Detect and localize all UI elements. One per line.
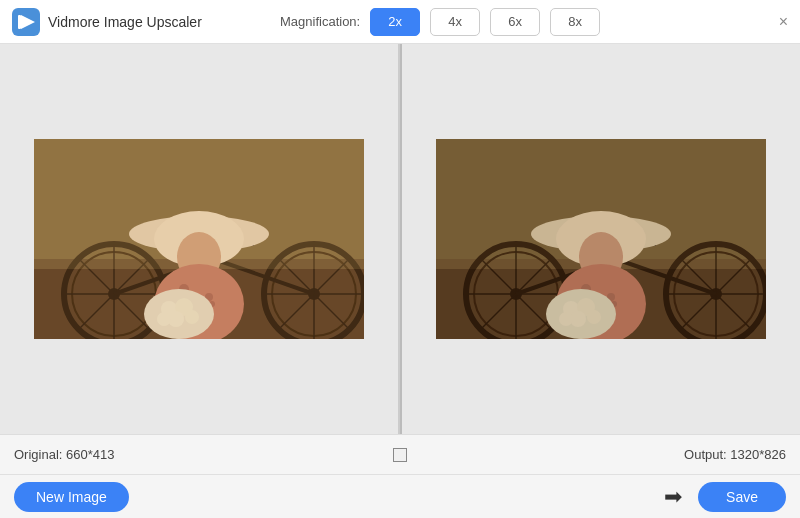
output-image [436,139,766,339]
bottom-bar: New Image ➡ Save [0,474,800,518]
svg-rect-39 [34,139,364,339]
main-content [0,44,800,434]
original-dimensions: Original: 660*413 [14,447,114,462]
original-image [34,139,364,339]
magnification-4x-button[interactable]: 4x [430,8,480,36]
svg-rect-76 [436,139,766,339]
arrow-right-icon: ➡ [664,484,682,510]
app-logo-icon [12,8,40,36]
save-button[interactable]: Save [698,482,786,512]
info-bar: Original: 660*413 Output: 1320*826 [0,434,800,474]
output-dimensions: Output: 1320*826 [684,447,786,462]
new-image-button[interactable]: New Image [14,482,129,512]
svg-rect-2 [18,15,21,29]
app-title: Vidmore Image Upscaler [48,14,202,30]
magnification-8x-button[interactable]: 8x [550,8,600,36]
compare-divider-icon [393,448,407,462]
magnification-6x-button[interactable]: 6x [490,8,540,36]
title-bar: Vidmore Image Upscaler Magnification: 2x… [0,0,800,44]
magnification-2x-button[interactable]: 2x [370,8,420,36]
save-area: ➡ Save [664,482,786,512]
output-image-panel [402,44,800,434]
magnification-label: Magnification: [280,14,360,29]
original-image-panel [0,44,400,434]
close-button[interactable]: × [779,14,788,30]
